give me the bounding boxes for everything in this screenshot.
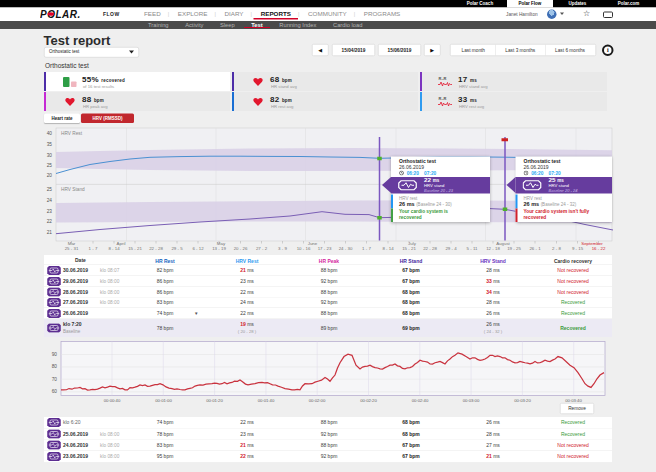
svg-text:70: 70 — [52, 377, 58, 382]
svg-text:1 - 7: 1 - 7 — [362, 246, 371, 251]
svg-text:80: 80 — [52, 364, 58, 369]
svg-text:25 - 31: 25 - 31 — [65, 246, 79, 251]
svg-text:May: May — [217, 241, 226, 246]
svg-text:23: 23 — [47, 209, 53, 214]
svg-text:22: 22 — [47, 219, 53, 224]
svg-text:27 - 2: 27 - 2 — [256, 246, 268, 251]
svg-text:29 - 5: 29 - 5 — [171, 246, 183, 251]
svg-text:00:02:00: 00:02:00 — [309, 398, 326, 403]
svg-text:9 - 15: 9 - 15 — [572, 246, 584, 251]
svg-text:25: 25 — [47, 187, 53, 192]
svg-text:16 - 22: 16 - 22 — [592, 246, 606, 251]
svg-text:20 - 26: 20 - 26 — [234, 246, 248, 251]
svg-text:June: June — [308, 241, 318, 246]
svg-text:8 - 14: 8 - 14 — [382, 246, 394, 251]
svg-text:00:01:00: 00:01:00 — [155, 398, 172, 403]
svg-text:29 - 4: 29 - 4 — [445, 246, 457, 251]
svg-text:12 - 18: 12 - 18 — [486, 246, 500, 251]
svg-text:24 - 30: 24 - 30 — [339, 246, 353, 251]
svg-text:21: 21 — [47, 230, 53, 235]
svg-text:35: 35 — [47, 142, 53, 147]
svg-text:August: August — [496, 241, 510, 246]
svg-text:22 - 28: 22 - 28 — [149, 246, 163, 251]
svg-text:60: 60 — [52, 389, 58, 394]
svg-text:00:01:20: 00:01:20 — [206, 398, 223, 403]
svg-text:25: 25 — [47, 163, 53, 168]
svg-text:1 - 7: 1 - 7 — [89, 246, 98, 251]
svg-text:13 - 19: 13 - 19 — [212, 246, 226, 251]
svg-text:00:03:20: 00:03:20 — [514, 398, 531, 403]
svg-text:2 - 8: 2 - 8 — [552, 246, 561, 251]
svg-text:5 - 11: 5 - 11 — [467, 246, 478, 251]
svg-text:Mar: Mar — [68, 241, 76, 246]
svg-text:19 - 25: 19 - 25 — [507, 246, 521, 251]
svg-text:24: 24 — [47, 198, 53, 203]
svg-text:10 - 16: 10 - 16 — [297, 246, 311, 251]
svg-text:HRV Rest: HRV Rest — [61, 131, 83, 136]
svg-text:15 - 21: 15 - 21 — [402, 246, 416, 251]
svg-text:00:00:40: 00:00:40 — [104, 398, 121, 403]
svg-text:00:01:40: 00:01:40 — [258, 398, 275, 403]
svg-text:20: 20 — [47, 173, 53, 178]
svg-text:6 - 12: 6 - 12 — [192, 246, 204, 251]
svg-text:3 - 9: 3 - 9 — [278, 246, 287, 251]
svg-text:8 - 14: 8 - 14 — [108, 246, 120, 251]
svg-text:90: 90 — [52, 352, 58, 357]
svg-text:00:02:20: 00:02:20 — [360, 398, 377, 403]
svg-text:40: 40 — [47, 131, 53, 136]
svg-text:26 - 1: 26 - 1 — [529, 246, 541, 251]
svg-text:HRV Stand: HRV Stand — [61, 187, 85, 192]
svg-text:00:03:00: 00:03:00 — [463, 398, 480, 403]
svg-text:30: 30 — [47, 153, 53, 158]
svg-text:00:02:40: 00:02:40 — [412, 398, 429, 403]
svg-text:April: April — [117, 241, 126, 246]
svg-text:July: July — [408, 241, 417, 246]
svg-text:22 - 28: 22 - 28 — [423, 246, 437, 251]
svg-text:15 - 21: 15 - 21 — [128, 246, 142, 251]
svg-text:17 - 23: 17 - 23 — [318, 246, 332, 251]
svg-text:September: September — [581, 241, 603, 246]
